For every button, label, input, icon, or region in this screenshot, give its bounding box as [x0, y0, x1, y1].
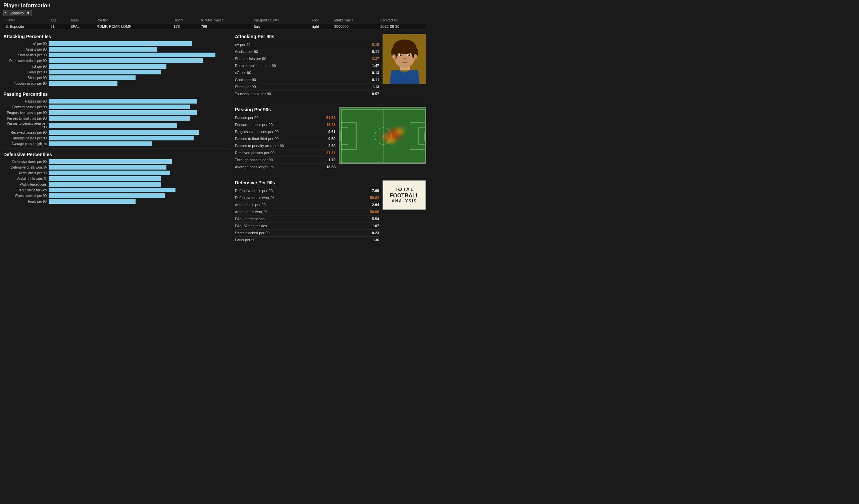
stat-value: 0.13: [372, 71, 379, 75]
player-height: 178: [171, 23, 199, 30]
main-content: Attacking Percentiles xA per 90Assists p…: [0, 31, 430, 246]
bar-label: Through passes per 90: [3, 137, 49, 140]
bar-label: Defensive duels per 90: [3, 160, 49, 163]
logo-line2: FOOTBALL: [390, 192, 419, 199]
attacking-section: Attacking Per 90s xA per 900.15Assists p…: [235, 34, 426, 97]
attacking-per90-title: Attacking Per 90s: [235, 34, 379, 39]
bar-row: Through passes per 90: [3, 136, 231, 140]
stat-row: Progressive passes per 909.61: [235, 128, 335, 136]
stat-value: 51.56: [326, 115, 335, 120]
stat-value: 37.31: [326, 151, 335, 155]
stat-row: Deep completions per 901.47: [235, 62, 379, 69]
header: Player Information S. Esposito ▼ Player …: [0, 0, 430, 31]
bar-container: [49, 199, 231, 204]
bar-container: [49, 141, 231, 146]
stat-value: 1.47: [372, 64, 379, 68]
stat-value: 7.69: [372, 189, 379, 193]
bar-container: [49, 130, 231, 135]
player-team: SPAL: [69, 23, 95, 30]
bar-row: Fouls per 90: [3, 199, 231, 204]
stat-value: 0.57: [372, 92, 379, 96]
stat-value: 1.36: [372, 238, 379, 242]
bar-label: Passes per 90: [3, 99, 49, 103]
stat-row: Assists per 900.11: [235, 48, 379, 55]
bar-fill: [49, 171, 170, 175]
bar-row: Progressive passes per 90: [3, 110, 231, 115]
stat-value: 2.60: [329, 144, 335, 148]
bar-row: PAdj Interceptions: [3, 182, 231, 187]
player-minutes: 796: [199, 23, 252, 30]
bar-row: Assists per 90: [3, 47, 231, 52]
stat-value: 0.11: [372, 50, 379, 53]
bar-fill: [49, 81, 118, 86]
bar-row: PAdj Sliding tackles: [3, 188, 231, 192]
stat-name: Progressive passes per 90: [235, 130, 278, 134]
bar-container: [49, 176, 231, 181]
stat-row: Shots blocked per 900.23: [235, 230, 379, 237]
bar-fill: [49, 41, 192, 46]
bar-fill: [49, 165, 166, 170]
bar-container: [49, 110, 231, 115]
bar-row: xG per 90: [3, 64, 231, 69]
bar-fill: [49, 199, 136, 204]
bar-container: [49, 165, 231, 170]
stat-row: Through passes per 901.70: [235, 157, 335, 163]
bar-label: Average pass length, m: [3, 142, 49, 146]
bar-fill: [49, 130, 199, 135]
stat-value: 2.37: [372, 57, 379, 61]
bar-label: Assists per 90: [3, 48, 49, 51]
stat-value: 5.54: [372, 217, 379, 221]
col-age: Age: [49, 17, 69, 23]
stat-value: 58.82: [370, 196, 379, 200]
bar-row: Passes to final third per 90: [3, 116, 231, 121]
bar-container: [49, 193, 231, 198]
bar-row: Shots blocked per 90: [3, 193, 231, 198]
attacking-bar-chart: xA per 90Assists per 90Shot assists per …: [3, 41, 231, 86]
bar-fill: [49, 141, 152, 146]
stat-value: 0.15: [372, 43, 379, 47]
bar-fill: [49, 99, 197, 104]
bar-row: Goals per 90: [3, 70, 231, 74]
bar-container: [49, 70, 231, 74]
bar-container: [49, 47, 231, 52]
bar-fill: [49, 188, 176, 192]
bar-container: [49, 116, 231, 121]
col-player: Player: [3, 17, 49, 23]
bar-container: [49, 105, 231, 109]
player-selector[interactable]: S. Esposito ▼: [3, 10, 32, 16]
bar-row: Defensive duels per 90: [3, 159, 231, 164]
player-name: S. Esposito: [3, 23, 49, 30]
stat-name: Touches in box per 90: [235, 92, 271, 96]
svg-point-11: [392, 54, 396, 59]
svg-point-27: [386, 137, 397, 146]
bar-row: Aerial duels won, %: [3, 176, 231, 181]
stat-name: xA per 90: [235, 43, 250, 47]
stat-row: xG per 900.13: [235, 69, 379, 76]
passing-stats-list: Passes per 9051.56Forward passes per 901…: [235, 114, 335, 170]
attacking-percentiles-title: Attacking Percentiles: [3, 34, 231, 39]
stat-row: Passes to penalty area per 902.60: [235, 142, 335, 149]
player-info-table: Player Age Team Position Height Minutes …: [3, 17, 426, 30]
stat-name: Assists per 90: [235, 50, 258, 53]
stat-name: Passes per 90: [235, 115, 258, 120]
selector-value: S. Esposito: [5, 11, 24, 15]
bar-row: xA per 90: [3, 41, 231, 46]
bar-fill: [49, 123, 177, 128]
stat-row: Average pass length, m18.85: [235, 163, 335, 170]
stat-name: Aerial duels per 90: [235, 203, 266, 207]
bar-container: [49, 58, 231, 63]
page-title: Player Information: [3, 3, 426, 9]
stat-row: Fouls per 901.36: [235, 237, 379, 243]
stat-row: Shots per 901.13: [235, 83, 379, 91]
bar-label: Progressive passes per 90: [3, 111, 49, 115]
bar-container: [49, 64, 231, 69]
col-height: Height: [171, 17, 199, 23]
table-header-row: Player Age Team Position Height Minutes …: [3, 17, 426, 23]
total-football-logo: TOTAL FOOTBALL ANALYSIS: [382, 180, 426, 210]
stat-value: 2.94: [372, 203, 379, 207]
col-foot: Foot: [310, 17, 332, 23]
right-panel: Attacking Per 90s xA per 900.15Assists p…: [235, 34, 426, 243]
stat-value: 18.85: [326, 165, 335, 169]
svg-point-8: [400, 54, 402, 56]
bar-row: Touches in box per 90: [3, 81, 231, 86]
